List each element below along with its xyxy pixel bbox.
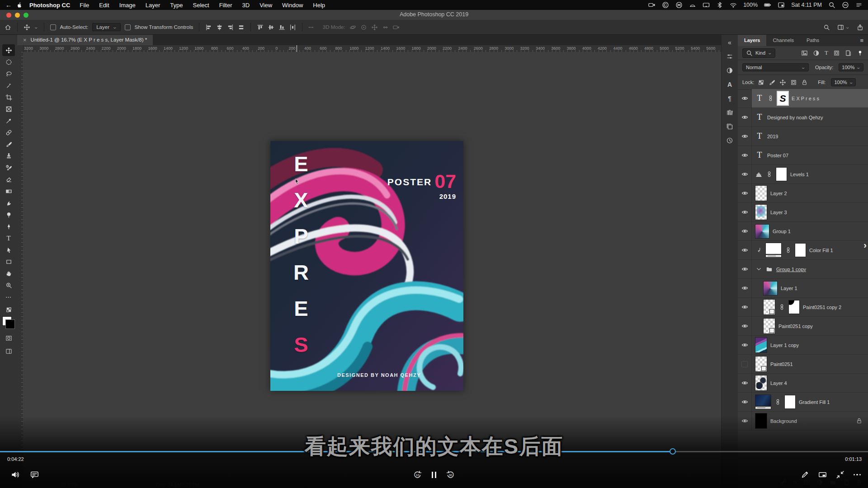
layer-row[interactable]: Layer 1 — [738, 279, 868, 298]
bluetooth-icon[interactable] — [716, 1, 723, 9]
layer-thumbnail[interactable] — [755, 338, 767, 352]
layer-name[interactable]: Gradient Fill 1 — [799, 399, 830, 405]
tool-rectangle-icon[interactable] — [2, 256, 15, 267]
layer-visibility-toggle[interactable] — [738, 222, 752, 240]
layer-name[interactable]: Layer 4 — [770, 380, 787, 386]
video-camera-icon[interactable] — [648, 1, 656, 9]
menu-filter[interactable]: Filter — [214, 2, 237, 9]
kind-filter-dropdown[interactable]: Kind ⌄ — [742, 48, 775, 58]
layer-thumbnail[interactable] — [764, 319, 775, 333]
layer-visibility-toggle[interactable] — [738, 279, 752, 297]
m-app-icon[interactable] — [675, 1, 683, 9]
blend-mode-dropdown[interactable]: Normal ⌄ — [742, 63, 809, 71]
layer-name[interactable]: Layer 2 — [770, 191, 787, 196]
tool-marquee-icon[interactable] — [2, 56, 15, 68]
close-tab-icon[interactable]: × — [23, 37, 27, 43]
layer-visibility-toggle[interactable] — [738, 355, 752, 373]
menu-type[interactable]: Type — [165, 2, 188, 9]
tool-gradient-icon[interactable] — [2, 185, 15, 197]
mask-link-icon[interactable] — [766, 171, 773, 178]
layer-visibility-toggle[interactable] — [738, 127, 752, 145]
preset-chevron-icon[interactable]: ⌄ — [33, 25, 38, 29]
calendar-app-icon[interactable] — [778, 1, 785, 9]
tool-crop-icon[interactable] — [2, 91, 15, 103]
pause-button[interactable] — [432, 472, 436, 478]
layer-row[interactable]: Group 1 copy — [738, 260, 868, 279]
3d-roll-icon[interactable] — [360, 24, 367, 31]
layer-visibility-toggle[interactable] — [738, 260, 752, 278]
filter-shape-layers-icon[interactable] — [833, 50, 840, 56]
menu-select[interactable]: Select — [188, 2, 214, 9]
tool-more-icon[interactable]: ⋯ — [2, 291, 15, 303]
layer-row[interactable]: TPoster 07 — [738, 146, 868, 165]
airplay-display-icon[interactable] — [703, 1, 710, 9]
tool-wand-icon[interactable] — [2, 80, 15, 91]
filter-toggle-icon[interactable] — [857, 50, 863, 56]
layer-thumbnail[interactable] — [755, 375, 767, 390]
layer-row[interactable]: Levels 1 — [738, 165, 868, 184]
layer-thumbnail[interactable] — [755, 225, 769, 238]
tool-brush-icon[interactable] — [2, 138, 15, 150]
tool-dodge-icon[interactable] — [2, 209, 15, 221]
auto-select-dropdown[interactable]: Layer ⌄ — [92, 23, 120, 31]
layer-row[interactable]: Paint0251 copy 2 — [738, 298, 868, 317]
background-color-swatch[interactable] — [5, 319, 15, 329]
filter-type-layers-icon[interactable]: T — [825, 49, 828, 56]
menu-edit[interactable]: Edit — [94, 2, 114, 9]
tool-smudge-icon[interactable] — [2, 197, 15, 209]
expand-panels-icon[interactable]: « — [728, 39, 731, 46]
layer-thumbnail[interactable] — [764, 300, 775, 314]
layer-name[interactable]: Paint0251 copy 2 — [803, 305, 841, 310]
libraries-panel-icon[interactable] — [726, 109, 733, 116]
layer-row[interactable]: Layer 1 copy — [738, 336, 868, 355]
tab-paths[interactable]: Paths — [800, 34, 826, 46]
app-menu-name[interactable]: Photoshop CC — [29, 2, 70, 9]
layer-name[interactable]: Layer 1 — [781, 286, 797, 291]
layer-visibility-toggle[interactable] — [738, 298, 752, 316]
layer-name[interactable]: Group 1 — [773, 229, 791, 234]
layer-thumbnail[interactable] — [755, 186, 767, 201]
layer-thumbnail[interactable] — [755, 205, 767, 220]
layer-name[interactable]: Paint0251 — [770, 361, 793, 367]
tool-pen-icon[interactable] — [2, 221, 15, 232]
layer-name[interactable]: Layer 1 copy — [770, 343, 799, 348]
forward-30-button[interactable]: 30 — [446, 470, 455, 479]
mask-link-icon[interactable] — [778, 304, 785, 310]
align-horizontal-centers-icon[interactable] — [216, 24, 223, 31]
layer-row[interactable]: Paint0251 — [738, 355, 868, 374]
menu-view[interactable]: View — [255, 2, 277, 9]
menu-file[interactable]: File — [75, 2, 94, 9]
3d-orbit-icon[interactable] — [349, 24, 356, 31]
history-panel-icon[interactable] — [726, 137, 733, 144]
tool-history-brush-icon[interactable] — [2, 162, 15, 174]
3d-camera-icon[interactable] — [393, 24, 400, 31]
lock-position-icon[interactable] — [779, 79, 786, 86]
layer-row[interactable]: Group 1 — [738, 222, 868, 241]
rewind-10-button[interactable]: 10 — [413, 470, 422, 479]
group-chevron-icon[interactable] — [755, 266, 762, 272]
tool-stamp-icon[interactable] — [2, 150, 15, 162]
lock-pixels-icon[interactable] — [769, 79, 775, 86]
layer-visibility-toggle[interactable] — [738, 241, 752, 259]
fill-layer-thumbnail[interactable] — [755, 395, 771, 409]
menu-3d[interactable]: 3D — [237, 2, 255, 9]
color-swatches[interactable] — [2, 316, 15, 329]
fill-field[interactable]: 100% ⌄ — [831, 78, 856, 86]
layer-name[interactable]: Paint0251 copy — [778, 324, 813, 329]
layer-visibility-toggle[interactable] — [738, 317, 752, 335]
lock-all-icon[interactable] — [801, 79, 808, 86]
apple-logo-icon[interactable] — [16, 2, 23, 9]
tool-zoom-icon[interactable] — [2, 279, 15, 291]
distribute-vertical-icon[interactable] — [289, 24, 296, 31]
layer-thumbnail[interactable] — [764, 282, 777, 295]
layer-row[interactable]: Layer 2 — [738, 184, 868, 203]
workspace-switcher-icon[interactable] — [837, 24, 844, 31]
filter-adjustment-layers-icon[interactable] — [813, 50, 820, 56]
layer-mask-thumbnail[interactable] — [795, 244, 806, 257]
battery-icon[interactable] — [764, 1, 771, 9]
layer-visibility-toggle[interactable] — [738, 165, 752, 183]
layer-visibility-toggle[interactable] — [738, 374, 752, 392]
layer-name[interactable]: Levels 1 — [790, 172, 809, 177]
menu-window[interactable]: Window — [277, 2, 308, 9]
layer-thumbnail[interactable] — [755, 357, 767, 371]
